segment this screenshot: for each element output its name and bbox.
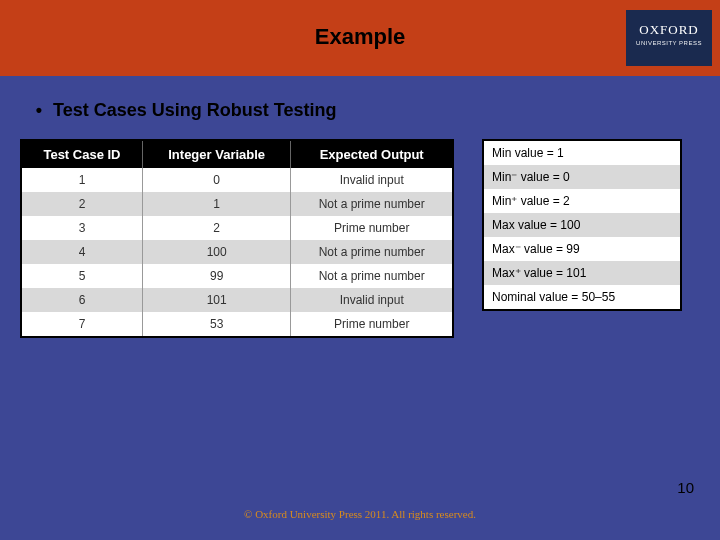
boundary-values-table: Min value = 1 Min⁻ value = 0 Min⁺ value … — [482, 139, 682, 311]
cell: Min⁺ value = 2 — [483, 189, 681, 213]
cell: Not a prime number — [291, 240, 453, 264]
cell: Prime number — [291, 216, 453, 240]
cell: 0 — [142, 168, 290, 192]
copyright-footer: © Oxford University Press 2011. All righ… — [0, 508, 720, 520]
table-row: 1 0 Invalid input — [21, 168, 453, 192]
cell: Invalid input — [291, 168, 453, 192]
table-row: Min⁺ value = 2 — [483, 189, 681, 213]
cell: Prime number — [291, 312, 453, 337]
cell: 99 — [142, 264, 290, 288]
cell: 7 — [21, 312, 142, 337]
brand-name: OXFORD — [626, 22, 712, 38]
cell: Max value = 100 — [483, 213, 681, 237]
table-row: 7 53 Prime number — [21, 312, 453, 337]
bullet-icon: • — [30, 100, 48, 121]
table-row: 4 100 Not a prime number — [21, 240, 453, 264]
cell: 1 — [21, 168, 142, 192]
cell: Not a prime number — [291, 192, 453, 216]
tables-wrapper: Test Case ID Integer Variable Expected O… — [20, 139, 700, 338]
col-header: Integer Variable — [142, 140, 290, 168]
cell: Min value = 1 — [483, 140, 681, 165]
table-header-row: Test Case ID Integer Variable Expected O… — [21, 140, 453, 168]
cell: 3 — [21, 216, 142, 240]
cell: Min⁻ value = 0 — [483, 165, 681, 189]
table-row: 2 1 Not a prime number — [21, 192, 453, 216]
table-row: Min value = 1 — [483, 140, 681, 165]
col-header: Expected Output — [291, 140, 453, 168]
title-bar: Example OXFORD UNIVERSITY PRESS — [0, 0, 720, 76]
bullet-text: Test Cases Using Robust Testing — [53, 100, 336, 120]
table-row: Max⁺ value = 101 — [483, 261, 681, 285]
table-row: Nominal value = 50–55 — [483, 285, 681, 310]
content-area: • Test Cases Using Robust Testing Test C… — [0, 100, 720, 338]
slide: Example OXFORD UNIVERSITY PRESS • Test C… — [0, 0, 720, 540]
test-cases-table: Test Case ID Integer Variable Expected O… — [20, 139, 454, 338]
cell: 53 — [142, 312, 290, 337]
cell: 6 — [21, 288, 142, 312]
cell: 5 — [21, 264, 142, 288]
col-header: Test Case ID — [21, 140, 142, 168]
table-row: Max⁻ value = 99 — [483, 237, 681, 261]
brand-subtitle: UNIVERSITY PRESS — [626, 40, 712, 46]
cell: 4 — [21, 240, 142, 264]
cell: 101 — [142, 288, 290, 312]
brand-badge: OXFORD UNIVERSITY PRESS — [626, 10, 712, 66]
cell: 2 — [142, 216, 290, 240]
bullet-line: • Test Cases Using Robust Testing — [30, 100, 700, 121]
cell: 100 — [142, 240, 290, 264]
page-number: 10 — [677, 479, 694, 496]
table-row: 5 99 Not a prime number — [21, 264, 453, 288]
cell: Not a prime number — [291, 264, 453, 288]
cell: Invalid input — [291, 288, 453, 312]
table-row: Max value = 100 — [483, 213, 681, 237]
table-row: 6 101 Invalid input — [21, 288, 453, 312]
slide-title: Example — [0, 24, 720, 50]
cell: 2 — [21, 192, 142, 216]
cell: Max⁻ value = 99 — [483, 237, 681, 261]
cell: Nominal value = 50–55 — [483, 285, 681, 310]
cell: 1 — [142, 192, 290, 216]
cell: Max⁺ value = 101 — [483, 261, 681, 285]
table-row: 3 2 Prime number — [21, 216, 453, 240]
table-row: Min⁻ value = 0 — [483, 165, 681, 189]
